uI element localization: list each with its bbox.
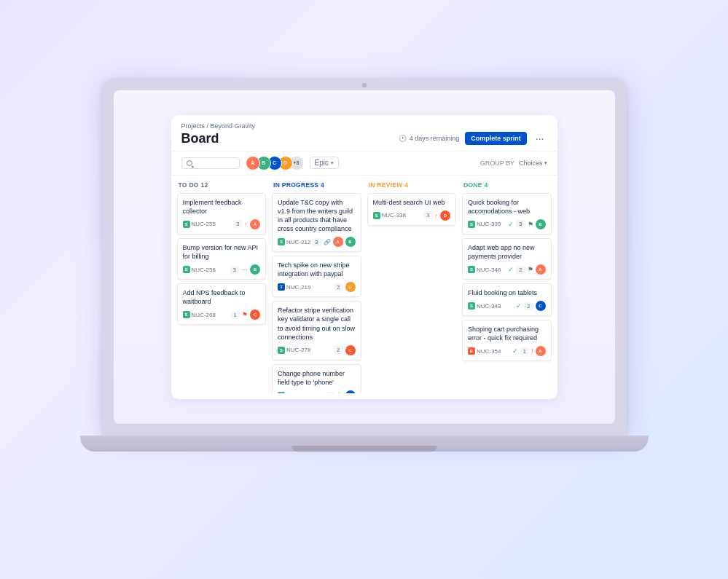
- flag-icon: ⚑: [337, 392, 343, 393]
- card-id-badge: S NUC-217: [278, 392, 310, 393]
- story-points: 3: [326, 392, 334, 393]
- priority-icon: ↑: [435, 212, 439, 219]
- card-nuc-339[interactable]: Quick booking for accomodations - web S …: [462, 193, 552, 235]
- column-inreview: IN REVIEW 4 Multi-dest search UI web S N…: [367, 181, 457, 393]
- search-box[interactable]: [181, 157, 240, 169]
- card-id-badge: B NUC-354: [468, 347, 501, 355]
- card-nuc-354[interactable]: Shoping cart purchasing error - quick fi…: [462, 320, 552, 361]
- card-meta: 2 D: [334, 282, 355, 292]
- clock-icon: 🕐: [399, 135, 407, 142]
- card-id: NUC-278: [286, 347, 310, 353]
- card-id-badge: S NUC-256: [183, 266, 216, 273]
- screen-bezel: Projects / Beyond Gravity Board 🕐 4 days…: [102, 79, 627, 436]
- card-meta: ✓ 2 ⚑ A: [508, 264, 545, 275]
- story-icon: S: [278, 238, 285, 245]
- flag-icon: ⚑: [242, 311, 248, 318]
- header-right: 🕐 4 days remaining Complete sprint ···: [399, 132, 547, 145]
- card-meta: 1 ⚑ C: [231, 310, 260, 320]
- card-title: Tech spike on new stripe integration wit…: [278, 261, 356, 278]
- card-id: NUC-255: [192, 221, 216, 227]
- assignee-avatar-2: B: [345, 237, 356, 247]
- task-icon: T: [278, 283, 285, 291]
- card-id-badge: S NUC-268: [183, 311, 216, 318]
- board-title: Board: [181, 131, 219, 146]
- assignee-avatar: C: [345, 345, 356, 355]
- card-nuc-268[interactable]: Add NPS feedback to waitboard S NUC-268 …: [177, 283, 267, 325]
- camera: [362, 83, 367, 87]
- assignee-avatar: C: [536, 301, 546, 311]
- card-title: Implement feedback collector: [183, 198, 261, 216]
- card-footer: S NUC-346 ✓ 2 ⚑ A: [468, 264, 546, 275]
- column-done-header: DONE 4: [462, 181, 552, 189]
- story-points: 3: [230, 266, 239, 274]
- story-points: 1: [520, 347, 529, 355]
- card-meta: 2 C: [334, 345, 355, 355]
- screen: Projects / Beyond Gravity Board 🕐 4 days…: [114, 90, 615, 424]
- laptop-shell: Projects / Beyond Gravity Board 🕐 4 days…: [87, 79, 641, 501]
- column-todo-header: TO DO 12: [177, 181, 267, 189]
- avatar-1[interactable]: A: [246, 156, 260, 170]
- toolbar-left: A B C D +3 Epic ▾: [181, 156, 339, 170]
- toolbar-right: GROUP BY Choices ▾: [480, 159, 547, 167]
- card-meta: ✓ 1 ! A: [512, 346, 546, 356]
- choices-label: Choices: [519, 159, 543, 167]
- card-title: Bump version for new API for billing: [183, 243, 261, 261]
- card-nuc-212[interactable]: Update T&C copy with v1.9 from the write…: [272, 193, 361, 253]
- card-id: NUC-256: [192, 267, 216, 273]
- card-nuc-256[interactable]: Bump version for new API for billing S N…: [177, 238, 267, 280]
- card-id-badge: T NUC-219: [278, 283, 310, 291]
- card-nuc-219[interactable]: Tech spike on new stripe integration wit…: [272, 256, 361, 297]
- card-footer: T NUC-219 2 D: [278, 282, 356, 292]
- sprint-info: 🕐 4 days remaining: [399, 135, 460, 142]
- column-todo: TO DO 12 Implement feedback collector S …: [177, 181, 267, 393]
- story-icon: S: [183, 266, 190, 273]
- story-icon: S: [278, 347, 285, 354]
- priority-icon: !: [531, 347, 533, 355]
- assignee-avatar: A: [536, 346, 546, 356]
- card-title: Multi-dest search UI web: [373, 198, 451, 207]
- card-meta: ✓ 2 C: [516, 301, 545, 311]
- column-done-cards: Quick booking for accomodations - web S …: [462, 193, 552, 393]
- search-icon: [187, 160, 192, 166]
- story-icon: S: [468, 302, 475, 310]
- epic-filter-dropdown[interactable]: Epic ▾: [310, 157, 339, 169]
- story-icon: S: [373, 212, 380, 219]
- card-footer: S NUC-212 3 🔗 A B: [278, 237, 356, 247]
- card-title: Update T&C copy with v1.9 from the write…: [278, 198, 356, 234]
- story-points: 2: [524, 302, 533, 310]
- card-id-badge: S NUC-278: [278, 347, 310, 354]
- column-inprogress-cards: Update T&C copy with v1.9 from the write…: [272, 193, 361, 393]
- story-icon: S: [468, 266, 475, 273]
- card-nuc-343[interactable]: Fluid booking on tablets S NUC-343 ✓ 2: [462, 283, 552, 316]
- card-nuc-255[interactable]: Implement feedback collector S NUC-255 3…: [177, 193, 267, 235]
- card-id-badge: S NUC-339: [468, 221, 501, 228]
- complete-sprint-button[interactable]: Complete sprint: [465, 132, 527, 145]
- card-footer: S NUC-339 ✓ 3 ⚑ B: [468, 219, 546, 229]
- card-footer: S NUC-217 3 ⚑ C: [278, 390, 356, 393]
- card-nuc-338[interactable]: Multi-dest search UI web S NUC-338 3 ↑: [367, 193, 457, 226]
- card-title: Adapt web app no new payments provider: [468, 243, 546, 261]
- story-points: 2: [334, 346, 343, 354]
- card-meta: 3 ↑ A: [233, 219, 260, 229]
- story-points: 3: [516, 220, 525, 228]
- card-nuc-346[interactable]: Adapt web app no new payments provider S…: [462, 238, 552, 280]
- card-nuc-278[interactable]: Refactor stripe verification key validat…: [272, 301, 361, 361]
- board-columns: TO DO 12 Implement feedback collector S …: [171, 176, 557, 399]
- card-id-badge: S NUC-346: [468, 266, 501, 273]
- assignee-avatar: D: [345, 282, 356, 292]
- bug-icon: B: [468, 347, 475, 355]
- more-options-button[interactable]: ···: [533, 133, 547, 144]
- card-meta: 3 ⚑ C: [326, 390, 355, 393]
- story-icon: S: [278, 392, 285, 393]
- breadcrumb: Projects / Beyond Gravity: [181, 122, 547, 130]
- card-footer: S NUC-256 3 — B: [183, 264, 261, 275]
- column-inprogress: IN PROGRESS 4 Update T&C copy with v1.9 …: [272, 181, 361, 393]
- card-footer: B NUC-354 ✓ 1 ! A: [468, 346, 546, 356]
- choices-dropdown[interactable]: Choices ▾: [519, 159, 547, 167]
- story-points: 2: [516, 266, 525, 274]
- card-nuc-217[interactable]: Change phone number field type to 'phone…: [272, 364, 361, 393]
- card-footer: S NUC-343 ✓ 2 C: [468, 301, 546, 311]
- column-inreview-cards: Multi-dest search UI web S NUC-338 3 ↑: [367, 193, 457, 393]
- column-done: DONE 4 Quick booking for accomodations -…: [462, 181, 552, 393]
- avatar-group: A B C D +3: [246, 156, 304, 170]
